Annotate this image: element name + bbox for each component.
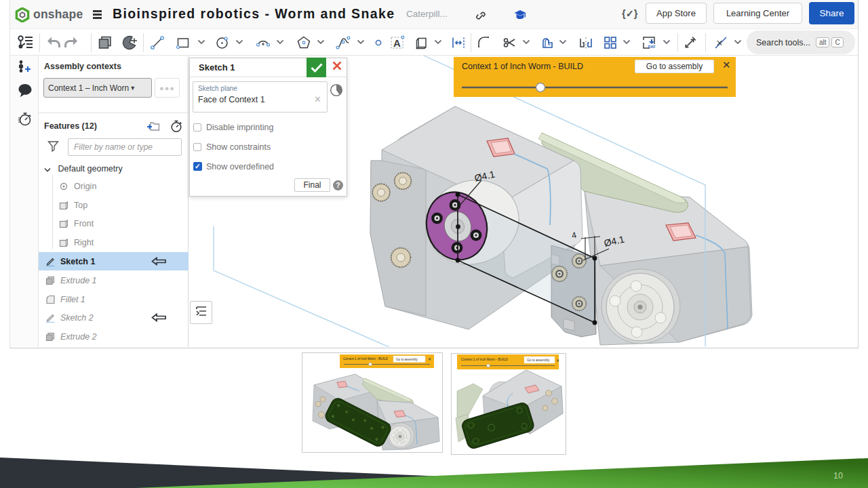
svg-text:Context 1 of Inch Worm - BUILD: Context 1 of Inch Worm - BUILD <box>343 357 388 361</box>
svg-text:DXF: DXF <box>648 45 656 49</box>
svg-text:A: A <box>393 37 401 49</box>
svg-text:Context 1 of Inch Worm - BUILD: Context 1 of Inch Worm - BUILD <box>461 358 508 361</box>
svg-text:✕: ✕ <box>428 357 431 361</box>
svg-text:Go to assembly: Go to assembly <box>527 359 550 362</box>
svg-text:Go to assembly: Go to assembly <box>396 358 418 361</box>
svg-text:✕: ✕ <box>556 359 559 363</box>
